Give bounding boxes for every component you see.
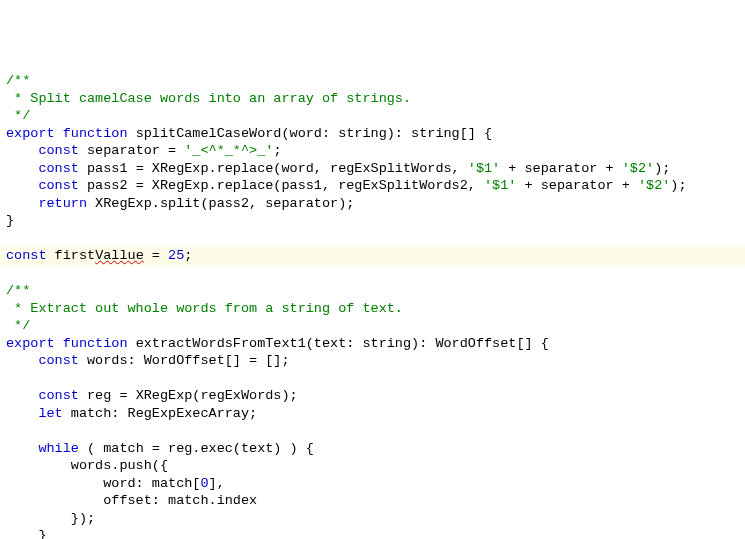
string-literal: '$2' [638, 178, 670, 193]
indent [6, 388, 38, 403]
code-line: const pass2 = XRegExp.replace(pass1, reg… [6, 177, 739, 195]
keyword-const: const [38, 143, 79, 158]
code-line: while ( match = reg.exec(text) ) { [6, 440, 739, 458]
indent [6, 161, 38, 176]
code-line: words.push({ [6, 457, 739, 475]
code-text: + separator + [516, 178, 638, 193]
code-line: export function extractWordsFromText1(te… [6, 335, 739, 353]
code-text: reg = XRegExp(regExWords); [79, 388, 298, 403]
code-line: const reg = XRegExp(regExWords); [6, 387, 739, 405]
code-line: const pass1 = XRegExp.replace(word, regE… [6, 160, 739, 178]
code-line: const words: WordOffset[] = []; [6, 352, 739, 370]
keyword-const: const [38, 353, 79, 368]
code-line: const separator = '_<^*_*^>_'; [6, 142, 739, 160]
indent [6, 406, 38, 421]
code-line: }); [6, 510, 739, 528]
code-text: extractWordsFromText1(text: string): Wor… [128, 336, 549, 351]
code-line: export function splitCamelCaseWord(word:… [6, 125, 739, 143]
code-text: ; [184, 248, 192, 263]
keyword-const: const [38, 161, 79, 176]
indent [6, 441, 38, 456]
comment-line: */ [6, 107, 739, 125]
comment-line: * Split camelCase words into an array of… [6, 90, 739, 108]
code-text: separator = [79, 143, 184, 158]
code-line: let match: RegExpExecArray; [6, 405, 739, 423]
code-text: ); [654, 161, 670, 176]
keyword-while: while [38, 441, 79, 456]
string-literal: '$1' [468, 161, 500, 176]
indent [6, 353, 38, 368]
indent [6, 143, 38, 158]
blank-line [6, 370, 739, 388]
code-line: } [6, 527, 739, 539]
keyword-const: const [38, 388, 79, 403]
code-line: } [6, 212, 739, 230]
code-text: ; [273, 143, 281, 158]
keyword-function: function [63, 336, 128, 351]
code-text: pass1 = XRegExp.replace(word, regExSplit… [79, 161, 468, 176]
code-text: XRegExp.split(pass2, separator); [87, 196, 354, 211]
comment-line: /** [6, 72, 739, 90]
string-literal: '_<^*_*^>_' [184, 143, 273, 158]
code-line: word: match[0], [6, 475, 739, 493]
comment-line: */ [6, 317, 739, 335]
comment-line: * Extract out whole words from a string … [6, 300, 739, 318]
blank-line [6, 230, 739, 248]
code-text: = [144, 248, 168, 263]
keyword-let: let [38, 406, 62, 421]
blank-line [6, 422, 739, 440]
code-text: pass2 = XRegExp.replace(pass1, regExSpli… [79, 178, 484, 193]
keyword-export: export [6, 336, 55, 351]
code-text: match: RegExpExecArray; [63, 406, 257, 421]
code-text: first [47, 248, 96, 263]
highlighted-line: const firstVallue = 25; [0, 247, 745, 265]
number-literal: 0 [200, 476, 208, 491]
indent [6, 196, 38, 211]
code-text: ( match = reg.exec(text) ) { [79, 441, 314, 456]
code-text: ], [209, 476, 225, 491]
code-text: word: match[ [6, 476, 200, 491]
code-editor[interactable]: /** * Split camelCase words into an arra… [6, 72, 739, 539]
keyword-return: return [38, 196, 87, 211]
keyword-function: function [63, 126, 128, 141]
blank-line [6, 265, 739, 283]
code-line: offset: match.index [6, 492, 739, 510]
indent [6, 178, 38, 193]
keyword-const: const [38, 178, 79, 193]
comment-line: /** [6, 282, 739, 300]
keyword-export: export [6, 126, 55, 141]
number-literal: 25 [168, 248, 184, 263]
string-literal: '$1' [484, 178, 516, 193]
keyword-const: const [6, 248, 47, 263]
spell-error[interactable]: Vallue [95, 248, 144, 263]
code-text: + separator + [500, 161, 622, 176]
code-text: words: WordOffset[] = []; [79, 353, 290, 368]
code-text: splitCamelCaseWord(word: string): string… [128, 126, 493, 141]
code-text: ); [670, 178, 686, 193]
string-literal: '$2' [622, 161, 654, 176]
code-line: return XRegExp.split(pass2, separator); [6, 195, 739, 213]
